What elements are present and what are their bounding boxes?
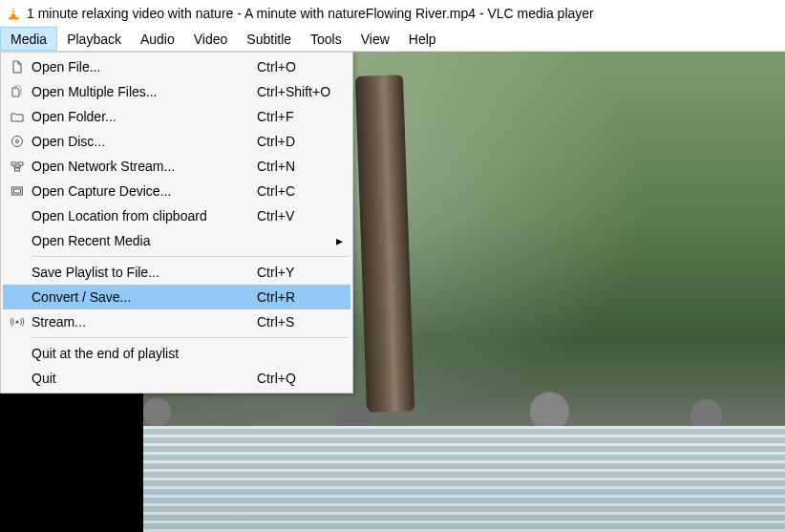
menu-tools[interactable]: Tools (301, 27, 351, 51)
menu-item-open-recent-media[interactable]: Open Recent Media ▸ (3, 228, 350, 253)
network-icon (7, 160, 28, 173)
menu-subtitle[interactable]: Subtitle (237, 27, 301, 51)
menu-item-convert-save[interactable]: Convert / Save... Ctrl+R (3, 285, 350, 309)
menu-item-label: Open Multiple Files... (28, 84, 245, 99)
menu-item-label: Open Network Stream... (28, 159, 245, 174)
file-icon (7, 60, 28, 74)
menu-separator (32, 256, 349, 257)
svg-rect-2 (9, 17, 18, 20)
tree-trunk (355, 74, 414, 413)
menu-item-label: Stream... (28, 314, 245, 330)
menu-media[interactable]: Media (0, 27, 57, 51)
menu-item-shortcut: Ctrl+Q (245, 371, 331, 386)
menu-item-shortcut: Ctrl+O (245, 59, 331, 74)
menu-help[interactable]: Help (399, 27, 446, 51)
menu-item-label: Quit (28, 371, 245, 386)
menu-audio[interactable]: Audio (131, 27, 184, 51)
svg-rect-1 (11, 12, 16, 13)
folder-icon (7, 110, 28, 123)
menu-item-quit-end-playlist[interactable]: Quit at the end of playlist (3, 341, 350, 366)
menu-item-label: Open Location from clipboard (28, 208, 245, 223)
svg-point-3 (12, 137, 23, 147)
svg-rect-5 (11, 162, 16, 165)
menubar: Media Playback Audio Video Subtitle Tool… (0, 27, 785, 52)
capture-icon (7, 184, 28, 198)
menu-item-shortcut: Ctrl+Shift+O (245, 84, 331, 99)
menu-item-label: Open Capture Device... (28, 183, 245, 199)
menu-playback[interactable]: Playback (57, 27, 131, 51)
menu-item-save-playlist[interactable]: Save Playlist to File... Ctrl+Y (3, 260, 350, 285)
titlebar: 1 minute relaxing video with nature - A … (0, 0, 785, 27)
menu-item-label: Open Folder... (28, 109, 245, 124)
menu-item-label: Save Playlist to File... (28, 265, 245, 280)
menu-video[interactable]: Video (184, 27, 238, 51)
stream-icon (7, 315, 28, 329)
menu-item-open-file[interactable]: Open File... Ctrl+O (3, 54, 350, 79)
menu-item-shortcut: Ctrl+S (245, 314, 331, 330)
disc-icon (7, 135, 28, 148)
menu-item-open-capture-device[interactable]: Open Capture Device... Ctrl+C (3, 179, 350, 203)
svg-rect-0 (11, 10, 15, 11)
vlc-cone-icon (6, 6, 21, 21)
svg-rect-9 (14, 189, 21, 193)
menu-item-label: Quit at the end of playlist (28, 346, 245, 361)
svg-rect-6 (18, 162, 23, 165)
menu-item-shortcut: Ctrl+R (245, 289, 331, 305)
menu-item-open-disc[interactable]: Open Disc... Ctrl+D (3, 129, 350, 154)
svg-point-4 (16, 140, 19, 143)
menu-item-open-multiple-files[interactable]: Open Multiple Files... Ctrl+Shift+O (3, 79, 350, 104)
menu-view[interactable]: View (351, 27, 399, 51)
menu-item-stream[interactable]: Stream... Ctrl+S (3, 309, 350, 334)
menu-item-open-network-stream[interactable]: Open Network Stream... Ctrl+N (3, 154, 350, 179)
svg-point-10 (16, 321, 19, 324)
menu-item-open-location-clipboard[interactable]: Open Location from clipboard Ctrl+V (3, 203, 350, 228)
menu-item-quit[interactable]: Quit Ctrl+Q (3, 366, 350, 391)
menu-item-label: Convert / Save... (28, 289, 245, 305)
media-menu-dropdown: Open File... Ctrl+O Open Multiple Files.… (0, 52, 353, 394)
menu-item-label: Open Recent Media (28, 233, 245, 248)
submenu-arrow-icon: ▸ (331, 233, 343, 248)
menu-item-shortcut: Ctrl+V (245, 208, 331, 223)
menu-item-shortcut: Ctrl+C (245, 183, 331, 199)
svg-rect-7 (15, 168, 20, 171)
menu-item-label: Open Disc... (28, 134, 245, 149)
window-title: 1 minute relaxing video with nature - A … (27, 6, 594, 21)
menu-separator (32, 337, 349, 338)
menu-item-shortcut: Ctrl+F (245, 109, 331, 124)
menu-item-shortcut: Ctrl+Y (245, 265, 331, 280)
menu-item-label: Open File... (28, 59, 245, 74)
menu-item-open-folder[interactable]: Open Folder... Ctrl+F (3, 104, 350, 129)
menu-item-shortcut: Ctrl+N (245, 159, 331, 174)
menu-item-shortcut: Ctrl+D (245, 134, 331, 149)
files-icon (7, 85, 28, 98)
